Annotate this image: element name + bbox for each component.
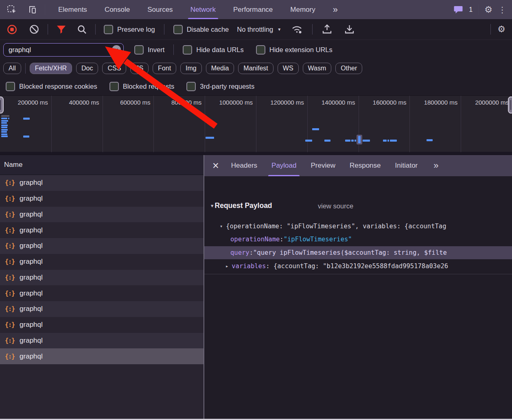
request-row[interactable]: {:}graphql <box>0 285 203 301</box>
overview-request-bar <box>324 140 330 142</box>
chip-all[interactable]: All <box>3 63 21 74</box>
request-row[interactable]: {:}graphql <box>0 175 203 191</box>
json-file-icon: {:} <box>5 290 15 297</box>
chip-css[interactable]: CSS <box>102 63 126 74</box>
tab-sources[interactable]: Sources <box>147 0 173 19</box>
view-source-link[interactable]: view source <box>318 202 353 210</box>
overview-request-bar <box>1 129 8 131</box>
request-row[interactable]: {:}graphql <box>0 301 203 317</box>
request-row[interactable]: {:}graphql <box>0 238 203 254</box>
request-row[interactable]: {:}graphql <box>0 222 203 238</box>
blocked-requests-checkbox[interactable]: Blocked requests <box>109 82 175 91</box>
timeline-tick-label: 1000000 ms <box>206 99 253 106</box>
tab-memory[interactable]: Memory <box>290 0 315 19</box>
divider <box>312 24 313 35</box>
hide-extension-urls-checkbox[interactable]: Hide extension URLs <box>256 45 333 55</box>
more-detail-tabs-icon[interactable]: » <box>433 155 438 176</box>
name-column-header[interactable]: Name <box>0 155 203 175</box>
third-party-requests-checkbox[interactable]: 3rd-party requests <box>186 82 254 91</box>
overview-request-bar <box>1 118 7 119</box>
checkbox[interactable] <box>104 25 113 34</box>
divider <box>164 24 164 35</box>
chip-other[interactable]: Other <box>335 63 362 74</box>
payload-operation-name-node[interactable]: operationName: "ipFlowTimeseries" <box>204 233 512 245</box>
throttling-dropdown[interactable]: No throttling ▾ <box>237 26 280 33</box>
payload-variables-node[interactable]: ▸ variables: {accountTag: "b12e3b2192ee5… <box>204 260 512 272</box>
payload-root-node[interactable]: ▾ {operationName: "ipFlowTimeseries", va… <box>204 220 512 232</box>
chip-font[interactable]: Font <box>153 63 176 74</box>
request-row[interactable]: {:}graphql <box>0 317 203 333</box>
request-payload-section[interactable]: ▾ Request Payload <box>211 201 272 210</box>
checkbox[interactable] <box>173 25 183 34</box>
request-row[interactable]: {:}graphql <box>0 191 203 207</box>
tab-performance[interactable]: Performance <box>233 0 273 19</box>
clear-network-log-icon[interactable] <box>29 24 39 35</box>
clear-filter-icon[interactable]: × <box>112 45 121 54</box>
chip-media[interactable]: Media <box>206 63 234 74</box>
checkbox[interactable] <box>183 45 192 55</box>
chip-manifest[interactable]: Manifest <box>238 63 273 74</box>
import-har-icon[interactable] <box>322 24 333 35</box>
issues-count: 1 <box>469 6 473 13</box>
detail-tab-headers[interactable]: Headers <box>231 155 257 176</box>
kebab-menu-icon[interactable]: ⋮ <box>498 5 506 15</box>
tree-closed-icon[interactable]: ▸ <box>225 263 228 269</box>
filter-funnel-icon[interactable] <box>56 24 66 34</box>
payload-query-node-highlighted[interactable]: query: "query ipFlowTimeseries($accountT… <box>204 246 512 259</box>
checkbox[interactable] <box>134 45 144 55</box>
network-conditions-icon[interactable] <box>291 24 303 35</box>
checkbox[interactable] <box>109 82 119 91</box>
tab-console[interactable]: Console <box>105 0 130 19</box>
tree-open-icon[interactable]: ▾ <box>220 223 223 229</box>
checkbox[interactable] <box>6 82 15 91</box>
inspect-element-icon[interactable] <box>7 4 17 15</box>
request-row[interactable]: {:}graphql <box>0 207 203 223</box>
preserve-log-checkbox[interactable]: Preserve log <box>104 25 155 34</box>
search-icon[interactable] <box>77 24 87 35</box>
device-toolbar-icon[interactable] <box>27 4 37 15</box>
network-overview-timeline[interactable]: 200000 ms400000 ms600000 ms800000 ms1000… <box>0 96 512 155</box>
request-row[interactable]: {:}graphql <box>0 348 203 364</box>
hide-data-urls-checkbox[interactable]: Hide data URLs <box>183 45 243 55</box>
timeline-tick-label: 1200000 ms <box>257 99 304 106</box>
chip-img[interactable]: Img <box>180 63 202 74</box>
json-file-icon: {:} <box>5 305 15 313</box>
detail-tab-payload[interactable]: Payload <box>271 155 296 176</box>
checkbox[interactable] <box>256 45 265 55</box>
blocked-filters-row: Blocked response cookies Blocked request… <box>0 77 512 96</box>
export-har-icon[interactable] <box>344 24 355 35</box>
json-file-icon: {:} <box>5 195 15 202</box>
detail-tab-response[interactable]: Response <box>350 155 381 176</box>
detail-tab-initiator[interactable]: Initiator <box>395 155 418 176</box>
json-file-icon: {:} <box>5 179 15 186</box>
filter-input[interactable] <box>3 43 124 57</box>
disable-cache-checkbox[interactable]: Disable cache <box>173 25 229 34</box>
chip-ws[interactable]: WS <box>278 63 299 74</box>
request-row[interactable]: {:}graphql <box>0 333 203 349</box>
blocked-response-cookies-checkbox[interactable]: Blocked response cookies <box>6 82 97 91</box>
tab-elements[interactable]: Elements <box>58 0 87 19</box>
payload-root-preview: {operationName: "ipFlowTimeseries", vari… <box>226 223 446 230</box>
request-row[interactable]: {:}graphql <box>0 270 203 286</box>
issues-message-icon[interactable] <box>454 6 463 14</box>
network-settings-gear-icon[interactable]: ⚙ <box>497 24 505 35</box>
tab-network[interactable]: Network <box>190 0 216 19</box>
divider <box>173 44 174 55</box>
chip-fetch-xhr[interactable]: Fetch/XHR <box>30 63 72 74</box>
close-detail-icon[interactable]: × <box>212 160 219 171</box>
request-row[interactable]: {:}graphql <box>0 254 203 270</box>
invert-checkbox[interactable]: Invert <box>134 45 164 55</box>
collapse-triangle-icon[interactable]: ▾ <box>211 203 214 209</box>
more-tabs-icon[interactable]: » <box>333 0 338 19</box>
timeline-tick-label: 2000000 ms <box>462 99 509 106</box>
chip-wasm[interactable]: Wasm <box>303 63 332 74</box>
throttling-value: No throttling <box>237 26 273 33</box>
record-network-log-icon[interactable] <box>7 24 18 35</box>
chip-js[interactable]: JS <box>130 63 149 74</box>
checkbox[interactable] <box>186 82 196 91</box>
settings-gear-icon[interactable]: ⚙ <box>484 4 492 15</box>
key-separator: : <box>280 236 283 243</box>
chip-doc[interactable]: Doc <box>76 63 98 74</box>
detail-tab-preview[interactable]: Preview <box>311 155 335 176</box>
payload-variables-preview: : {accountTag: "b12e3b2192ee5588fdad9951… <box>266 262 448 270</box>
